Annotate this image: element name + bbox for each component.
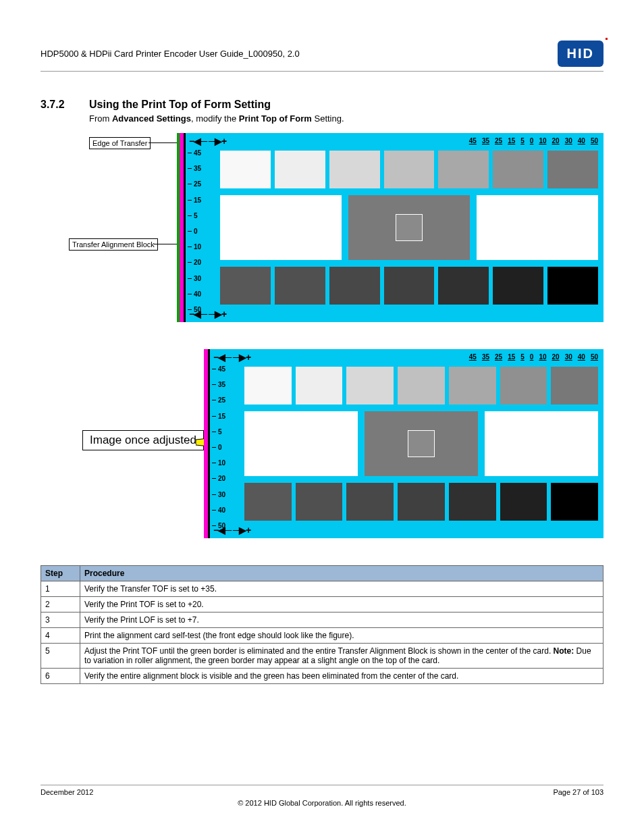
gray-swatch <box>220 267 271 305</box>
procedure-cell: Verify the Print LOF is set to +7. <box>80 613 603 628</box>
scale-tick: 45 <box>188 149 201 157</box>
gray-swatch <box>551 483 598 521</box>
scale-tick: 20 <box>212 475 225 482</box>
procedure-cell: Verify the Print TOF is set to +20. <box>80 597 603 613</box>
gray-swatch <box>500 367 547 405</box>
scale-number: 40 <box>578 353 585 361</box>
leader-line <box>154 244 178 244</box>
scale-tick: 35 <box>188 165 201 172</box>
intro-text: From <box>89 113 112 124</box>
gray-swatch <box>493 267 543 305</box>
table-row: 6Verify the entire alignment block is vi… <box>41 669 603 684</box>
th-procedure: Procedure <box>80 566 603 581</box>
procedure-cell: Adjust the Print TOF until the green bor… <box>80 644 603 669</box>
callout-edge-of-transfer: Edge of Transfer <box>89 137 151 149</box>
intro-text: , modify the <box>191 113 239 124</box>
leader-line <box>149 142 178 143</box>
scale-tick: 45 <box>212 365 225 373</box>
scale-tick: 35 <box>212 381 225 388</box>
scale-number: 45 <box>469 137 477 145</box>
section-number: 3.7.2 <box>41 99 77 111</box>
scale-number: 10 <box>539 137 546 145</box>
gray-swatch <box>346 367 394 405</box>
scale-number: 50 <box>591 353 598 361</box>
th-step: Step <box>41 566 80 581</box>
footer-date: December 2012 <box>41 788 93 796</box>
page-footer: December 2012 Page 27 of 103 © 2012 HID … <box>41 785 603 807</box>
gray-swatch <box>244 483 292 521</box>
step-cell: 5 <box>41 644 80 669</box>
gray-swatch <box>449 483 496 521</box>
scale-tick: 40 <box>212 506 225 514</box>
gray-swatch <box>438 267 489 305</box>
scale-number: 15 <box>508 137 515 145</box>
gray-swatch <box>547 151 598 188</box>
step-cell: 2 <box>41 597 80 613</box>
gray-swatch <box>398 483 445 521</box>
scale-number: 30 <box>565 353 572 361</box>
horizontal-scale: 45352515501020304050 <box>469 137 598 145</box>
scale-tick: 15 <box>188 197 201 204</box>
figure-after: Image once adjusted −◀─ ─▶+ −◀─ ─▶+ 4535… <box>89 349 603 545</box>
footer-copyright: © 2012 HID Global Corporation. All right… <box>41 799 603 807</box>
scale-tick: 5 <box>188 212 198 219</box>
gray-swatch <box>384 151 435 188</box>
gray-target-block <box>365 411 478 476</box>
intro-bold: Advanced Settings <box>112 113 191 124</box>
gray-swatch <box>384 267 435 305</box>
section-heading: 3.7.2 Using the Print Top of Form Settin… <box>41 99 603 111</box>
scale-tick: 25 <box>188 180 201 188</box>
gray-row-top <box>244 367 598 405</box>
gray-swatch <box>551 367 598 405</box>
hid-logo: HID <box>558 41 603 67</box>
doc-title: HDP5000 & HDPii Card Printer Encoder Use… <box>41 49 300 59</box>
alignment-card: −◀─ ─▶+ −◀─ ─▶+ 45352515501020304050 453… <box>177 133 603 322</box>
scale-tick: 25 <box>212 396 225 404</box>
step-cell: 6 <box>41 669 80 684</box>
step-cell: 4 <box>41 628 80 644</box>
arrow-indicator-top: −◀─ ─▶+ <box>213 352 250 363</box>
gray-row-top <box>220 151 598 188</box>
step-cell: 3 <box>41 613 80 628</box>
gray-row-bottom <box>244 483 598 521</box>
black-stripe <box>208 349 210 538</box>
table-row: 1Verify the Transfer TOF is set to +35. <box>41 581 603 597</box>
black-stripe <box>184 133 186 322</box>
scale-tick: 40 <box>188 290 201 298</box>
scale-number: 5 <box>520 353 525 361</box>
scale-number: 20 <box>552 137 560 145</box>
page-header: HDP5000 & HDPii Card Printer Encoder Use… <box>41 41 603 72</box>
scale-tick: 0 <box>188 228 198 235</box>
inner-square <box>408 430 435 457</box>
gray-swatch <box>275 267 325 305</box>
intro-bold: Print Top of Form <box>239 113 312 124</box>
footer-page: Page 27 of 103 <box>553 788 603 796</box>
procedure-cell: Print the alignment card self-test (the … <box>80 628 603 644</box>
gray-swatch <box>547 267 598 305</box>
gray-swatch <box>500 483 547 521</box>
vertical-scale: 45352515501020304050 <box>212 365 235 522</box>
table-row: 4Print the alignment card self-test (the… <box>41 628 603 644</box>
vertical-scale: 45352515501020304050 <box>188 149 211 306</box>
scale-number: 15 <box>508 353 515 361</box>
scale-tick: 50 <box>188 306 201 313</box>
gray-swatch <box>346 483 394 521</box>
gray-swatch <box>329 267 380 305</box>
alignment-card-adjusted: −◀─ ─▶+ −◀─ ─▶+ 45352515501020304050 453… <box>204 349 603 538</box>
scale-tick: 10 <box>212 459 225 467</box>
gray-swatch <box>493 151 543 188</box>
inner-square <box>396 214 423 241</box>
scale-number: 0 <box>530 353 534 361</box>
scale-number: 40 <box>578 137 585 145</box>
section-title: Using the Print Top of Form Setting <box>89 99 271 111</box>
white-block <box>477 195 598 260</box>
scale-number: 25 <box>495 137 502 145</box>
scale-number: 50 <box>591 137 598 145</box>
scale-number: 35 <box>482 137 489 145</box>
section-intro: From Advanced Settings, modify the Print… <box>89 113 603 124</box>
white-block <box>220 195 342 260</box>
gray-row-bottom <box>220 267 598 305</box>
gray-swatch <box>438 151 489 188</box>
scale-tick: 5 <box>212 428 222 436</box>
arrow-indicator-top: −◀─ ─▶+ <box>189 136 226 147</box>
